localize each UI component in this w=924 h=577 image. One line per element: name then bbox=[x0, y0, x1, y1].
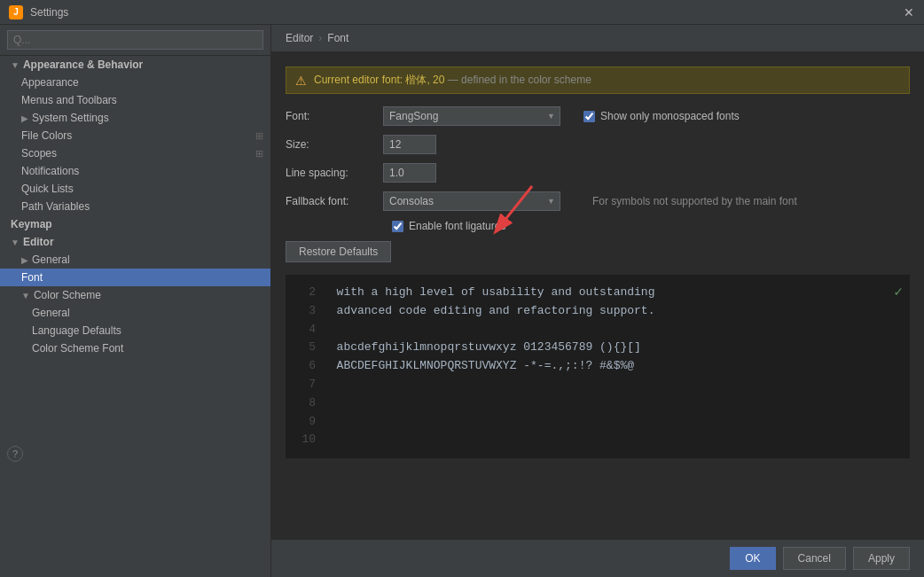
sidebar-item-path-variables[interactable]: Path Variables bbox=[0, 198, 270, 215]
sidebar-item-label: System Settings bbox=[32, 112, 109, 124]
sidebar-item-label: Menus and Toolbars bbox=[21, 94, 117, 106]
line-number: 2 bbox=[294, 284, 316, 302]
ligatures-row: Enable font ligatures bbox=[286, 220, 910, 232]
sidebar: ▼ Appearance & Behavior Appearance Menus… bbox=[0, 25, 271, 577]
breadcrumb-separator: › bbox=[318, 32, 322, 44]
apply-button[interactable]: Apply bbox=[853, 547, 910, 570]
sidebar-item-label: File Colors bbox=[21, 129, 72, 142]
sidebar-item-label: Scopes bbox=[21, 147, 57, 160]
code-line-9: 10 bbox=[294, 431, 901, 449]
file-colors-icon: ⊞ bbox=[255, 130, 263, 142]
sidebar-item-color-scheme-general[interactable]: General bbox=[0, 304, 270, 322]
code-line-6: 7 bbox=[294, 376, 901, 394]
content-area: Editor › Font ⚠ Current editor font: 楷体,… bbox=[271, 25, 924, 577]
code-line-5: 6 ABCDEFGHIJKLMNOPQRSTUVWXYZ -*-=.,;:!? … bbox=[294, 357, 901, 376]
sidebar-item-quick-lists[interactable]: Quick Lists bbox=[0, 180, 270, 198]
line-number: 5 bbox=[294, 339, 316, 357]
close-button[interactable]: ✕ bbox=[903, 6, 915, 19]
sidebar-item-label: Font bbox=[21, 271, 43, 284]
ligatures-label: Enable font ligatures bbox=[409, 220, 505, 232]
sidebar-item-color-scheme[interactable]: ▼ Color Scheme bbox=[0, 286, 270, 304]
font-label: Font: bbox=[286, 110, 383, 122]
font-control: FangSong Show only monospaced fonts bbox=[383, 106, 910, 126]
app-icon: J bbox=[9, 5, 23, 19]
restore-defaults-button[interactable]: Restore Defaults bbox=[286, 241, 391, 262]
monospaced-checkbox[interactable] bbox=[583, 111, 595, 122]
sidebar-item-menus-toolbars[interactable]: Menus and Toolbars bbox=[0, 91, 270, 109]
sidebar-item-label: Keymap bbox=[11, 218, 52, 230]
fallback-font-row: Fallback font: Consolas For symbols not … bbox=[286, 191, 910, 211]
line-content: ABCDEFGHIJKLMNOPQRSTUVWXYZ -*-=.,;:!? #&… bbox=[323, 357, 634, 376]
sidebar-item-label: Notifications bbox=[21, 165, 79, 177]
font-select[interactable]: FangSong bbox=[383, 106, 560, 126]
sidebar-item-editor[interactable]: ▼ Editor bbox=[0, 233, 270, 251]
line-number: 6 bbox=[294, 357, 316, 376]
fallback-font-select[interactable]: Consolas bbox=[383, 191, 560, 211]
line-number: 4 bbox=[294, 321, 316, 339]
line-spacing-row: Line spacing: bbox=[286, 163, 910, 183]
line-spacing-label: Line spacing: bbox=[286, 167, 383, 179]
size-row: Size: bbox=[286, 135, 910, 154]
fallback-font-control: Consolas For symbols not supported by th… bbox=[383, 191, 910, 211]
sidebar-item-font[interactable]: Font bbox=[0, 269, 270, 286]
code-line-4: 5 abcdefghijklmnopqrstuvwxyz 0123456789 … bbox=[294, 339, 901, 357]
line-number: 10 bbox=[294, 431, 316, 449]
ok-button[interactable]: OK bbox=[730, 547, 775, 570]
line-content: advanced code editing and refactoring su… bbox=[323, 302, 654, 321]
line-number: 8 bbox=[294, 394, 316, 413]
content-body: ⚠ Current editor font: 楷体, 20 — defined … bbox=[271, 52, 924, 539]
sidebar-item-label: Language Defaults bbox=[32, 324, 121, 337]
sidebar-item-keymap[interactable]: Keymap bbox=[0, 215, 270, 233]
fallback-font-label: Fallback font: bbox=[286, 195, 383, 207]
code-preview: 2 with a high level of usability and out… bbox=[286, 275, 910, 458]
code-line-2: 3 advanced code editing and refactoring … bbox=[294, 302, 901, 321]
sidebar-item-language-defaults[interactable]: Language Defaults bbox=[0, 322, 270, 339]
line-spacing-input[interactable] bbox=[383, 163, 436, 183]
monospaced-checkbox-label[interactable]: Show only monospaced fonts bbox=[583, 110, 740, 122]
ligatures-checkbox-label[interactable]: Enable font ligatures bbox=[392, 220, 505, 232]
code-line-8: 9 bbox=[294, 413, 901, 432]
size-control bbox=[383, 135, 910, 154]
font-select-wrapper: FangSong bbox=[383, 106, 560, 126]
size-input[interactable] bbox=[383, 135, 436, 154]
sidebar-item-label: Color Scheme Font bbox=[32, 342, 123, 355]
line-number: 9 bbox=[294, 413, 316, 432]
expand-arrow: ▼ bbox=[11, 238, 20, 247]
scopes-icon: ⊞ bbox=[255, 148, 263, 160]
breadcrumb-current: Font bbox=[327, 32, 348, 44]
expand-arrow: ▼ bbox=[21, 291, 30, 300]
sidebar-item-appearance[interactable]: Appearance bbox=[0, 74, 270, 91]
ligatures-checkbox[interactable] bbox=[392, 221, 403, 232]
sidebar-item-label: Quick Lists bbox=[21, 183, 74, 195]
sidebar-item-scopes[interactable]: Scopes ⊞ bbox=[0, 144, 270, 162]
code-line-7: 8 bbox=[294, 394, 901, 413]
line-number: 3 bbox=[294, 302, 316, 321]
sidebar-item-color-scheme-font[interactable]: Color Scheme Font bbox=[0, 339, 270, 357]
warning-suffix: — defined in the color scheme bbox=[448, 74, 591, 86]
content-header: Editor › Font bbox=[271, 25, 924, 52]
help-button[interactable]: ? bbox=[7, 446, 23, 462]
sidebar-item-label: General bbox=[32, 253, 70, 266]
monospaced-label: Show only monospaced fonts bbox=[600, 110, 740, 122]
check-icon: ✓ bbox=[894, 282, 903, 305]
sidebar-item-appearance-behavior[interactable]: ▼ Appearance & Behavior bbox=[0, 56, 270, 74]
fallback-select-wrapper: Consolas bbox=[383, 191, 560, 211]
action-bar: OK Cancel Apply bbox=[271, 539, 924, 577]
sidebar-item-general[interactable]: ▶ General bbox=[0, 251, 270, 269]
title-bar: J Settings ✕ bbox=[0, 0, 924, 25]
sidebar-item-system-settings[interactable]: ▶ System Settings bbox=[0, 109, 270, 127]
code-line-1: 2 with a high level of usability and out… bbox=[294, 284, 901, 302]
sidebar-item-notifications[interactable]: Notifications bbox=[0, 162, 270, 180]
main-container: ▼ Appearance & Behavior Appearance Menus… bbox=[0, 25, 924, 577]
window-title: Settings bbox=[30, 6, 903, 19]
warning-icon: ⚠ bbox=[295, 74, 307, 88]
cancel-button[interactable]: Cancel bbox=[783, 547, 846, 570]
expand-arrow: ▼ bbox=[11, 60, 20, 70]
search-box bbox=[0, 25, 270, 56]
sidebar-item-label: Editor bbox=[23, 236, 54, 248]
search-input[interactable] bbox=[7, 30, 263, 50]
sidebar-item-file-colors[interactable]: File Colors ⊞ bbox=[0, 127, 270, 144]
sidebar-item-label: Path Variables bbox=[21, 200, 90, 213]
sidebar-item-label: Appearance bbox=[21, 76, 79, 89]
sidebar-item-label: General bbox=[32, 307, 70, 319]
